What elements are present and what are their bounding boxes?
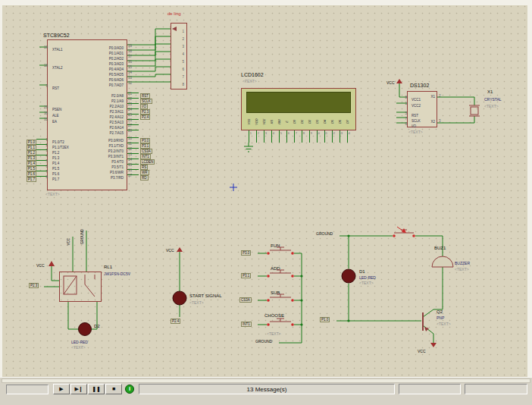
relay-top-left-net: VCC (66, 238, 72, 246)
status-panel-2 (399, 384, 461, 394)
pin-row: P3.7/RD17 (79, 172, 126, 177)
buzzer-text: <TEXT> (455, 267, 469, 272)
canvas-margin-top (0, 0, 532, 5)
q2-base-net-label[interactable]: P1.0 (320, 317, 330, 322)
pin-row: P3.1/TXD11 (79, 140, 126, 146)
ds1302-x2-num: 3 (439, 119, 441, 123)
q2-value: PNP (437, 316, 444, 320)
canvas-margin-left (0, 5, 2, 377)
pin-row: 5RST (409, 110, 427, 115)
pin-row: P2.1/A922 (79, 96, 126, 101)
ds1302-title: DS1302 (410, 83, 429, 88)
relay-top-right-net: GROUND (80, 229, 86, 244)
mcu-p3-pins: P3.0/RXD10P3.1/TXD11P3.2/INT012P3.3/INT1… (79, 135, 126, 177)
message-count: 13 Message(s) (139, 385, 394, 394)
crystal-text: <TEXT> (484, 104, 499, 108)
ds1302-x2-pin: X2 (418, 120, 435, 124)
pin-row: 1VCC2 (409, 100, 427, 106)
key-add-net-label[interactable]: P3.1 (241, 273, 251, 278)
bottom-bar: ▶ ▶❙ ❚❚ ■ i 13 Message(s) (0, 377, 532, 405)
header-title: de ling (167, 11, 181, 16)
net-label-row (140, 122, 166, 127)
net-label-row (140, 117, 166, 122)
lcd-screen (246, 92, 351, 113)
schematic-canvas[interactable]: STC89C52 <TEXT> 19XTAL118XTAL2 9RST 29PS… (0, 0, 532, 377)
pin-row: P0.0/AD039 (79, 42, 126, 48)
message-status-panel[interactable]: 13 Message(s) (139, 384, 395, 394)
origin-marker (230, 184, 237, 191)
ground-symbol-lcd (244, 143, 253, 152)
net-label-row: RD (140, 172, 166, 177)
lcd-pin: VDD (252, 114, 260, 129)
net-label-row: LCDEN (140, 156, 166, 162)
start-text: <TEXT> (189, 300, 204, 305)
pin-row: P0.7/AD732 (79, 80, 126, 85)
lcd-title: LCD1602 (241, 72, 264, 77)
leds[interactable] (79, 269, 356, 336)
key-actuators (270, 247, 291, 322)
vcc-arrow-ds1302 (396, 79, 402, 83)
sim-step-button[interactable]: ▶❙ (70, 384, 87, 394)
contact-dots (267, 234, 415, 326)
lcd-pin: D0 (290, 114, 298, 129)
lcd-pin: D5 (328, 114, 336, 129)
junction-dots (300, 234, 349, 325)
relay-p23-net-label[interactable]: P2.3 (29, 283, 39, 288)
lcd-pin-names: VSSVDDVEERSRWED0D1D2D3D4D5D6D7 (245, 114, 351, 129)
key-fun-net-label[interactable]: P3.0 (241, 250, 251, 256)
lcd-pin: RS (268, 114, 275, 129)
vcc-arrow-q2 (430, 343, 437, 347)
net-label-row: RS (140, 162, 166, 167)
pin-number-row: 8 (172, 78, 184, 86)
switch-actuator (394, 230, 414, 233)
pin-row: P0.1/AD138 (79, 48, 126, 53)
led-d2-ref: D2 (94, 324, 100, 328)
key-add-label: ADD (271, 266, 280, 271)
pin-row: P3.3/INT113 (79, 151, 126, 156)
pin-row: P3.5/T115 (79, 162, 126, 167)
buzzer-value: BUZZER (455, 261, 470, 265)
net-label-row: P2.3 (140, 106, 166, 111)
key-fun-label: FUN (271, 243, 280, 248)
pin-row: P0.4/AD435 (79, 64, 126, 69)
sim-stop-button[interactable]: ■ (105, 384, 122, 394)
q2-text: <TEXT> (437, 322, 451, 326)
pin-row: P3.0/RXD10 (79, 135, 126, 140)
lcd-pin: D6 (336, 114, 343, 129)
net-label-row: P1.2 (18, 147, 36, 152)
start-p24-net-label[interactable]: P2.4 (171, 319, 180, 324)
crystal-value: CRYSTAL (484, 97, 502, 102)
mcu-p0-pins: P0.0/AD039P0.1/AD138P0.2/AD237P0.3/AD336… (79, 42, 126, 85)
net-label-row (140, 127, 166, 133)
keys-text: <TEXT> (267, 331, 281, 336)
crystal-plates (469, 105, 480, 116)
pin-number-row: 2 (172, 33, 184, 40)
lcd-pin: D2 (305, 114, 313, 129)
relay-value: JW1FSN-DC5V (104, 272, 130, 276)
key-choose-net-label[interactable]: INT1 (241, 322, 252, 327)
pin-number-row: 3 (172, 40, 184, 48)
lcd-pin: RW (275, 114, 283, 129)
buzzer-dome (432, 256, 453, 267)
lcd-pin: D4 (321, 114, 328, 129)
net-label-row: WR (140, 167, 166, 172)
lcd-pin-numbers: 1234567891011121314 (245, 131, 351, 135)
lcd-value-text: <TEXT> (243, 79, 257, 83)
pin-row: P3.4/T014 (79, 156, 126, 162)
key-sub-net-label[interactable]: CS3A (239, 297, 252, 303)
canvas-margin-right (527, 5, 532, 377)
pin-row: P3.6/WR16 (79, 167, 126, 172)
led-d1 (342, 269, 355, 283)
net-label-row: P1.7 (18, 174, 36, 179)
horizontal-scrollbar[interactable] (2, 378, 530, 383)
lcd-pin: VEE (260, 114, 268, 129)
net-label-row: P1.4 (18, 158, 36, 163)
crystal-body (471, 107, 478, 115)
sim-pause-button[interactable]: ❚❚ (88, 384, 105, 394)
sim-play-button[interactable]: ▶ (53, 384, 70, 394)
led-d1-ref: D1 (359, 269, 365, 274)
message-info-icon[interactable]: i (125, 385, 134, 394)
net-label-row: P1.1 (18, 142, 36, 147)
pin-number-row: 4 (172, 48, 184, 55)
relay-body[interactable] (59, 272, 102, 302)
